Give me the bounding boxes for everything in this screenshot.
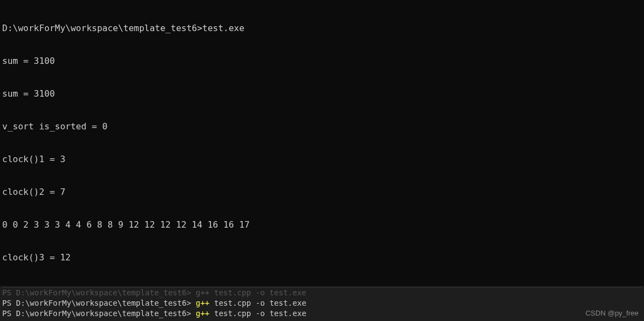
command-gpp: g++ — [196, 299, 209, 307]
command-gpp: g++ — [196, 309, 209, 318]
output-line: clock()2 = 7 — [2, 187, 642, 198]
powershell-line[interactable]: PS D:\workForMy\workspace\template_test6… — [2, 308, 642, 319]
output-line: sum = 3100 — [2, 88, 642, 99]
ps-prompt: PS D:\workForMy\workspace\template_test6… — [2, 309, 196, 318]
command-args: test.cpp -o test.exe — [209, 309, 306, 318]
output-line: D:\workForMy\workspace\template_test6>te… — [2, 23, 642, 34]
powershell-line: PS D:\workForMy\workspace\template_test6… — [2, 298, 642, 308]
output-line: 0 0 2 3 3 3 4 4 6 8 8 9 12 12 12 12 14 1… — [2, 219, 642, 230]
lower-terminal-panel[interactable]: PS D:\workForMy\workspace\template_test6… — [0, 286, 644, 321]
watermark: CSDN @py_free — [586, 309, 639, 318]
output-line: v_sort is_sorted = 0 — [2, 121, 642, 132]
terminal-output[interactable]: D:\workForMy\workspace\template_test6>te… — [0, 0, 644, 321]
output-line: clock()1 = 3 — [2, 154, 642, 165]
output-line: clock()3 = 12 — [2, 252, 642, 263]
dimmed-history-line: PS D:\workForMy\workspace\template_test6… — [2, 288, 642, 298]
command-args: test.cpp -o test.exe — [209, 299, 306, 307]
output-line: sum = 3100 — [2, 56, 642, 67]
ps-prompt: PS D:\workForMy\workspace\template_test6… — [2, 299, 196, 307]
